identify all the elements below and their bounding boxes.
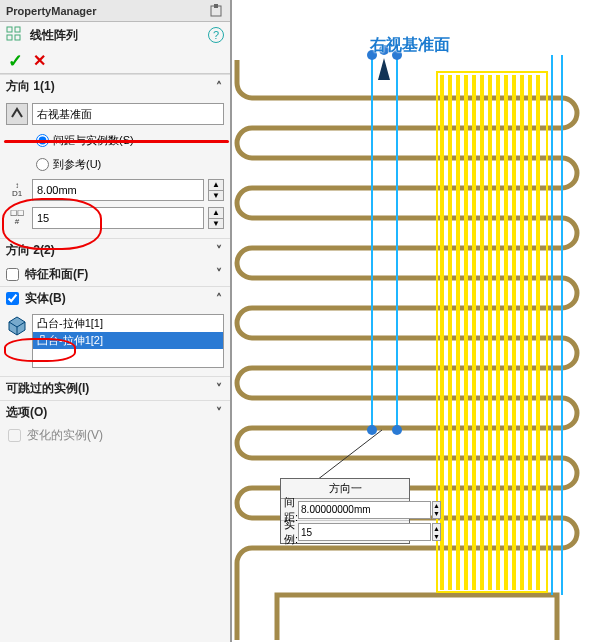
svg-rect-26 bbox=[214, 4, 218, 8]
svg-line-23 bbox=[317, 430, 382, 480]
instances-input[interactable] bbox=[32, 207, 204, 229]
help-icon[interactable]: ? bbox=[208, 27, 224, 43]
features-checkbox[interactable] bbox=[6, 268, 19, 281]
callout-title: 方向一 bbox=[281, 479, 409, 499]
chevron-down-icon: ˅ bbox=[216, 267, 222, 281]
section-direction1-header[interactable]: 方向 1(1) ˄ bbox=[0, 74, 230, 98]
radio-up-to-reference[interactable] bbox=[36, 158, 49, 171]
spacing-icon: ↕D1 bbox=[6, 179, 28, 201]
callout-instances-input[interactable] bbox=[298, 523, 431, 541]
section-bodies-body: 凸台-拉伸1[1] 凸台-拉伸1[2] bbox=[0, 310, 230, 376]
section-direction2-header[interactable]: 方向 2(2) ˅ bbox=[0, 238, 230, 262]
chevron-up-icon: ˄ bbox=[216, 292, 222, 306]
section-bodies-header[interactable]: 实体(B) ˄ bbox=[0, 286, 230, 310]
spacing-spinner[interactable]: ▲▼ bbox=[208, 179, 224, 201]
svg-rect-30 bbox=[15, 35, 20, 40]
svg-point-22 bbox=[392, 425, 402, 435]
bodies-list[interactable]: 凸台-拉伸1[1] 凸台-拉伸1[2] bbox=[32, 314, 224, 368]
instances-spinner[interactable]: ▲▼ bbox=[208, 207, 224, 229]
viewport-ref-plane-label: 右视基准面 bbox=[370, 35, 450, 56]
svg-rect-27 bbox=[7, 27, 12, 32]
callout-spacing-input[interactable] bbox=[298, 501, 431, 519]
list-item[interactable]: 凸台-拉伸1[2] bbox=[33, 332, 223, 349]
section-direction1-label: 方向 1(1) bbox=[6, 78, 55, 95]
property-manager-panel: PropertyManager 线性阵列 ? ✓ ✕ 方向 1(1) ˄ 间距与… bbox=[0, 0, 232, 642]
instances-icon: ☐☐# bbox=[6, 207, 28, 229]
linear-pattern-icon bbox=[6, 26, 24, 44]
solid-body-icon bbox=[6, 314, 28, 336]
section-direction1-body: 间距与实例数(S) 到参考(U) ↕D1 ▲▼ ☐☐# ▲▼ bbox=[0, 98, 230, 238]
section-skip-label: 可跳过的实例(I) bbox=[6, 380, 89, 397]
direction-reference-input[interactable] bbox=[32, 103, 224, 125]
section-options-label: 选项(O) bbox=[6, 404, 47, 421]
cancel-button[interactable]: ✕ bbox=[33, 51, 46, 70]
spacing-input[interactable] bbox=[32, 179, 204, 201]
section-features-label: 特征和面(F) bbox=[25, 266, 88, 283]
callout-instances-spinner[interactable]: ▲▼ bbox=[432, 523, 441, 541]
direction-callout[interactable]: 方向一 间距: ▲▼ 实例: ▲▼ bbox=[280, 478, 410, 544]
vary-instances-label: 变化的实例(V) bbox=[27, 427, 103, 444]
chevron-up-icon: ˄ bbox=[216, 80, 222, 94]
pin-icon[interactable] bbox=[208, 3, 224, 19]
vary-instances-checkbox bbox=[8, 429, 21, 442]
command-label: 线性阵列 bbox=[30, 27, 202, 44]
svg-point-21 bbox=[367, 425, 377, 435]
bodies-checkbox[interactable] bbox=[6, 292, 19, 305]
svg-rect-28 bbox=[15, 27, 20, 32]
pm-title-bar: PropertyManager bbox=[0, 0, 230, 22]
section-direction2-label: 方向 2(2) bbox=[6, 242, 55, 259]
ok-button[interactable]: ✓ bbox=[8, 50, 23, 72]
svg-rect-29 bbox=[7, 35, 12, 40]
section-options-header[interactable]: 选项(O) ˅ bbox=[0, 400, 230, 424]
chevron-down-icon: ˅ bbox=[216, 382, 222, 396]
list-item[interactable]: 凸台-拉伸1[1] bbox=[33, 315, 223, 332]
section-skip-header[interactable]: 可跳过的实例(I) ˅ bbox=[0, 376, 230, 400]
section-bodies-label: 实体(B) bbox=[25, 290, 66, 307]
annotation-underline bbox=[4, 140, 229, 143]
section-features-header[interactable]: 特征和面(F) ˅ bbox=[0, 262, 230, 286]
chevron-down-icon: ˅ bbox=[216, 244, 222, 258]
callout-instances-label: 实例: bbox=[281, 517, 298, 547]
reverse-direction-icon[interactable] bbox=[6, 103, 28, 125]
svg-marker-24 bbox=[378, 58, 390, 80]
radio-up-to-reference-label: 到参考(U) bbox=[53, 157, 101, 172]
callout-spacing-spinner[interactable]: ▲▼ bbox=[432, 501, 441, 519]
pm-title-text: PropertyManager bbox=[6, 5, 96, 17]
chevron-down-icon: ˅ bbox=[216, 406, 222, 420]
